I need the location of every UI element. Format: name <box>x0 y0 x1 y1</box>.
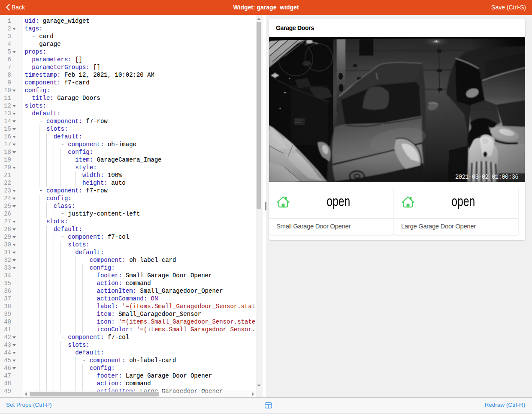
svg-text:2021-03-02 01:00:36: 2021-03-02 01:00:36 <box>455 174 518 180</box>
